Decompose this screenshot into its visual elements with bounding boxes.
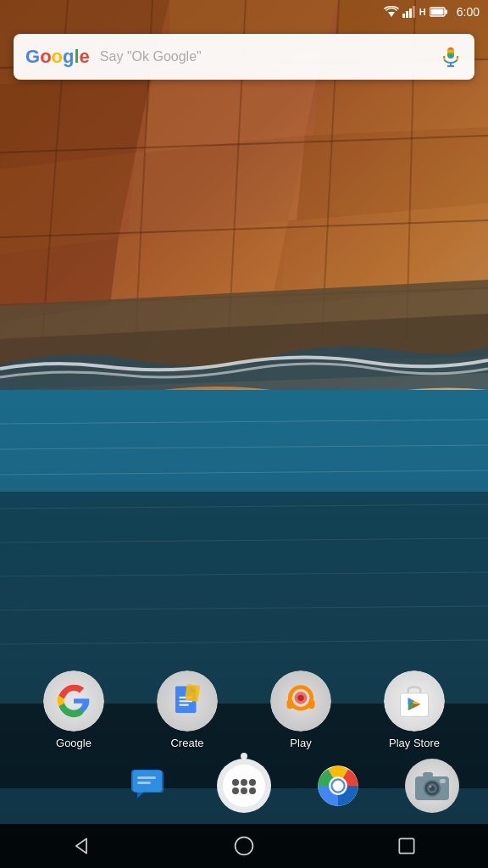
svg-marker-87 [76,838,86,853]
camera-icon [405,759,459,813]
svg-point-73 [241,787,247,794]
svg-rect-53 [287,699,293,709]
app-play-store[interactable]: Play Store [372,670,457,749]
svg-point-70 [241,779,247,786]
wifi-icon [384,6,399,18]
svg-rect-89 [399,838,413,853]
dock-phone[interactable] [27,757,85,815]
play-music-icon [270,670,331,732]
messages-icon [123,759,177,813]
svg-marker-64 [137,792,144,798]
nav-recents-button[interactable] [385,829,428,863]
search-hint: Say "Ok Google" [100,49,439,64]
search-bar[interactable]: G o o g l e Say "Ok Google" [14,34,474,80]
app-create[interactable]: Create [145,670,230,749]
signal-icon [402,6,416,18]
svg-point-74 [249,787,256,794]
status-bar: H 6:00 [0,0,488,24]
logo-o2: o [52,46,63,68]
svg-point-56 [297,695,303,701]
svg-point-78 [333,781,344,792]
app-google[interactable]: Google [31,670,116,749]
logo-o1: o [40,46,51,68]
nav-back-button[interactable] [60,829,103,863]
nav-home-button[interactable] [223,829,265,863]
svg-marker-35 [388,12,395,17]
app-play[interactable]: Play [258,670,343,749]
svg-rect-41 [445,10,447,14]
clock: 6:00 [457,5,480,19]
svg-point-69 [232,779,239,786]
svg-rect-42 [430,9,443,15]
network-type: H [419,7,426,17]
status-icons: H 6:00 [384,5,480,19]
app-grid: Google Create [0,670,488,749]
svg-point-72 [232,787,239,794]
svg-rect-51 [185,684,200,702]
chrome-icon [311,759,365,813]
bottom-dock [0,748,488,824]
svg-rect-85 [440,779,446,783]
logo-g2: g [63,46,74,68]
svg-rect-39 [413,6,415,18]
dock-chrome[interactable] [309,757,367,815]
google-app-icon [43,670,104,732]
create-app-icon [157,670,218,732]
nav-bar [0,824,488,868]
svg-rect-38 [409,8,412,18]
dock-camera[interactable] [403,757,461,815]
svg-rect-50 [179,704,188,706]
svg-rect-36 [402,14,405,18]
play-store-icon [384,670,445,732]
dock-app-drawer[interactable] [215,757,273,815]
phone-icon [29,759,83,813]
svg-rect-43 [447,47,454,58]
svg-point-88 [236,837,253,855]
svg-rect-84 [423,772,433,777]
google-logo: G o o g l e [25,46,90,68]
logo-e: e [80,46,90,68]
app-drawer-icon [217,759,271,813]
svg-point-71 [249,779,256,786]
svg-rect-37 [406,11,408,18]
dock-messages[interactable] [121,757,179,815]
svg-rect-54 [308,699,314,709]
battery-icon [430,7,448,17]
svg-point-86 [430,786,432,788]
logo-g: G [25,46,40,68]
mic-icon[interactable] [439,45,463,69]
svg-rect-67 [133,771,164,793]
